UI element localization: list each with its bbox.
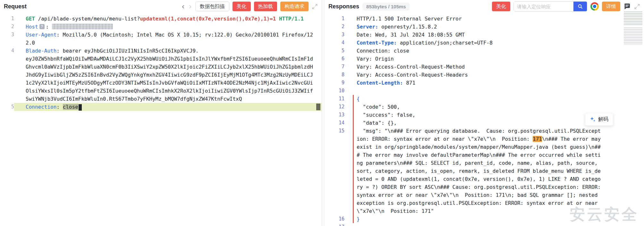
hot-reload-button[interactable]: 热加载	[254, 2, 277, 11]
request-panel: Request ‹ › 数据包扫描 美化 热加载 构造请求 1GET /api/…	[0, 0, 322, 226]
sparkle-icon	[590, 116, 596, 122]
editor-line[interactable]: 9Content-Length: 871	[325, 79, 644, 87]
editor-line[interactable]: 11{	[325, 95, 644, 103]
line-number: 12	[325, 103, 344, 111]
line-number: 17	[325, 223, 344, 226]
line-content[interactable]: Content-Type: application/json;charset=U…	[344, 39, 644, 47]
header-name: Content-Length:	[357, 80, 403, 86]
editor-line[interactable]: 15 "msg": "\n### Error querying database…	[325, 127, 644, 215]
editor-line[interactable]: 16}	[325, 215, 644, 223]
line-number: 15	[325, 127, 344, 215]
line-number: 5	[0, 103, 14, 111]
decode-popup[interactable]: 解码	[585, 113, 613, 126]
selected-text: close	[63, 104, 78, 110]
line-number: 14	[325, 119, 344, 127]
line-content[interactable]: Connection: close	[14, 103, 322, 111]
line-content[interactable]: GET /api/blade-system/menu/menu-list?upd…	[14, 15, 322, 23]
text-segment: Vary: Access-Control-Request-Method	[357, 64, 465, 70]
http-history-view: Request ‹ › 数据包扫描 美化 热加载 构造请求 1GET /api/…	[0, 0, 644, 226]
header-name: Blade-Auth	[26, 48, 56, 54]
text-segment: "data": {},	[357, 120, 397, 126]
text-cursor	[79, 104, 82, 111]
line-content[interactable]	[344, 223, 644, 226]
prev-packet-icon[interactable]: ‹	[181, 3, 185, 10]
line-number: 5	[325, 47, 344, 55]
line-content[interactable]: HTTP/1.1 500 Internal Server Error	[344, 15, 644, 23]
search-button[interactable]	[573, 2, 587, 11]
response-stats-badge: 853bytes / 105ms	[362, 3, 410, 11]
line-content[interactable]: Host?:	[14, 23, 322, 31]
editor-line[interactable]: 12 "code": 500,	[325, 103, 644, 111]
header-value: : Mozilla/5.0 (Macintosh; Intel Mac OS X…	[26, 32, 313, 46]
line-number: 4	[0, 47, 14, 103]
line-number: 2	[325, 23, 344, 31]
line-content[interactable]: User-Agent: Mozilla/5.0 (Macintosh; Inte…	[14, 31, 322, 47]
open-in-chrome-icon[interactable]	[590, 2, 599, 11]
beautify-request-button[interactable]: 美化	[233, 2, 251, 11]
editor-line[interactable]: 3User-Agent: Mozilla/5.0 (Macintosh; Int…	[0, 31, 322, 47]
editor-line[interactable]: 1GET /api/blade-system/menu/menu-list?up…	[0, 15, 322, 23]
header-name: Content-Type:	[357, 40, 397, 46]
text-segment: \n### The error may exist in org/springb…	[357, 136, 604, 214]
editor-line[interactable]: 17	[325, 223, 644, 226]
editor-line[interactable]: 2Host?:	[0, 23, 322, 31]
text-segment: :	[56, 104, 63, 110]
text-segment	[276, 16, 279, 22]
feedback-chat-icon[interactable]	[623, 3, 631, 10]
line-content[interactable]: Connection: close	[344, 47, 644, 55]
header-name: Server:	[357, 24, 378, 30]
text-segment: openresty/1.15.8.2	[378, 24, 437, 30]
editor-line[interactable]: 1HTTP/1.1 500 Internal Server Error	[325, 15, 644, 23]
text-segment: Vary: Access-Control-Request-Headers	[357, 72, 468, 78]
editor-line[interactable]: 2Server: openresty/1.15.8.2	[325, 23, 644, 31]
http-method: GET	[26, 16, 35, 22]
line-content[interactable]: Blade-Auth: bearer eyJhbGciOiJIUzI1NiIsI…	[14, 47, 322, 103]
build-request-button[interactable]: 构造请求	[280, 2, 309, 11]
line-content[interactable]: Content-Length: 871	[344, 79, 644, 87]
line-content[interactable]: Vary: Origin	[344, 55, 644, 63]
response-search-input[interactable]	[514, 2, 573, 11]
packet-scan-button[interactable]: 数据包扫描	[195, 2, 229, 11]
text-segment: Connection: close	[357, 48, 409, 54]
line-number: 13	[325, 111, 344, 119]
line-content[interactable]: {	[344, 95, 644, 103]
http-version: HTTP/1.1	[279, 16, 304, 22]
next-packet-icon[interactable]: ›	[188, 3, 192, 10]
line-content[interactable]: Vary: Access-Control-Request-Method	[344, 63, 644, 71]
line-content[interactable]: Server: openresty/1.15.8.2	[344, 23, 644, 31]
expand-response-icon[interactable]	[634, 4, 640, 10]
editor-line[interactable]: 8Vary: Access-Control-Request-Headers	[325, 71, 644, 79]
text-segment: "code": 500,	[357, 104, 400, 110]
line-content[interactable]: "code": 500,	[344, 103, 644, 111]
editor-line[interactable]: 4Blade-Auth: bearer eyJhbGciOiJIUzI1NiIs…	[0, 47, 322, 103]
line-content[interactable]: Vary: Access-Control-Request-Headers	[344, 71, 644, 79]
details-button[interactable]: 详情	[602, 2, 620, 11]
editor-line[interactable]: 10	[325, 87, 644, 95]
jwt-payload-signature: eyJ0ZW5hbnRfaWQiOiIwMDAwMDAiLCJ1c2VyX25h…	[26, 56, 313, 102]
line-content[interactable]: "msg": "\n### Error querying database. C…	[344, 127, 644, 215]
decode-popup-label: 解码	[598, 116, 608, 123]
request-header: Request ‹ › 数据包扫描 美化 热加载 构造请求	[0, 0, 322, 13]
editor-line[interactable]: 5Connection: close	[0, 103, 322, 111]
editor-line[interactable]: 5Connection: close	[325, 47, 644, 55]
editor-line[interactable]: 7Vary: Access-Control-Request-Method	[325, 63, 644, 71]
line-content[interactable]	[344, 87, 644, 95]
line-number: 4	[325, 39, 344, 47]
header-name: User-Agent	[26, 32, 56, 38]
line-number: 16	[325, 215, 344, 223]
editor-line[interactable]: 6Vary: Origin	[325, 55, 644, 63]
line-content[interactable]: }	[344, 215, 644, 223]
line-content[interactable]: Date: Wed, 31 Jul 2024 18:08:55 GMT	[344, 31, 644, 39]
response-toolbar: 美化 详情	[492, 1, 640, 12]
expand-request-icon[interactable]	[312, 4, 318, 10]
redacted-host-value	[52, 24, 113, 29]
beautify-response-button[interactable]: 美化	[492, 2, 510, 11]
editor-line[interactable]: 3Date: Wed, 31 Jul 2024 18:08:55 GMT	[325, 31, 644, 39]
minimap[interactable]	[624, 12, 642, 47]
panel-resize-handle[interactable]	[322, 0, 325, 226]
request-path: /api/blade-system/menu/menu-list?	[35, 16, 140, 22]
jwt-header-part: : bearer eyJhbGciOiJIUzI1NiIsInR5cCI6Ikp…	[56, 48, 199, 54]
request-editor[interactable]: 1GET /api/blade-system/menu/menu-list?up…	[0, 13, 322, 111]
editor-line[interactable]: 4Content-Type: application/json;charset=…	[325, 39, 644, 47]
text-segment: {	[357, 96, 360, 102]
